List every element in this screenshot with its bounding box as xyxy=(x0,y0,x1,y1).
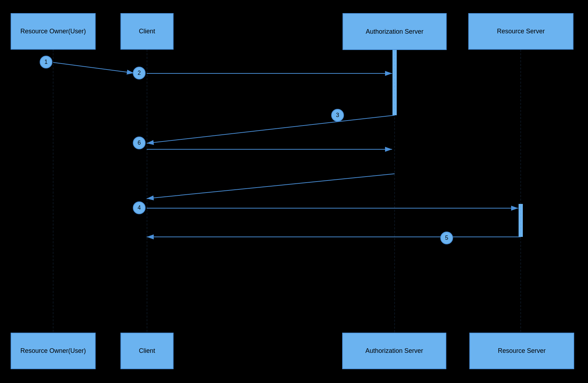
resource-server-top-label: Resource Server xyxy=(497,28,545,35)
client-top-label: Client xyxy=(139,28,155,35)
resource-server-top-box: Resource Server xyxy=(468,13,573,50)
step-4-circle: 4 xyxy=(133,201,146,214)
step-5-circle: 5 xyxy=(440,232,453,244)
step-6-circle: 6 xyxy=(133,137,146,149)
auth-server-top-label: Authorization Server xyxy=(366,28,423,35)
resource-owner-bottom-label: Resource Owner(User) xyxy=(20,347,86,355)
svg-line-6 xyxy=(147,115,395,143)
svg-line-4 xyxy=(53,62,134,73)
client-bottom-label: Client xyxy=(139,347,155,355)
resource-owner-top-box: Resource Owner(User) xyxy=(11,13,96,50)
resource-owner-bottom-box: Resource Owner(User) xyxy=(11,333,96,369)
resource-owner-top-label: Resource Owner(User) xyxy=(20,28,86,35)
client-top-box: Client xyxy=(120,13,174,50)
resource-server-bottom-label: Resource Server xyxy=(498,347,545,355)
auth-server-bottom-label: Authorization Server xyxy=(365,347,423,355)
step-2-circle: 2 xyxy=(133,67,146,79)
step-3-circle: 3 xyxy=(331,109,344,122)
client-bottom-box: Client xyxy=(120,333,174,369)
auth-server-bottom-box: Authorization Server xyxy=(342,333,446,369)
resource-server-bottom-box: Resource Server xyxy=(469,333,574,369)
step-1-circle: 1 xyxy=(40,56,52,68)
svg-line-8 xyxy=(147,174,395,199)
auth-server-top-box: Authorization Server xyxy=(343,13,447,50)
